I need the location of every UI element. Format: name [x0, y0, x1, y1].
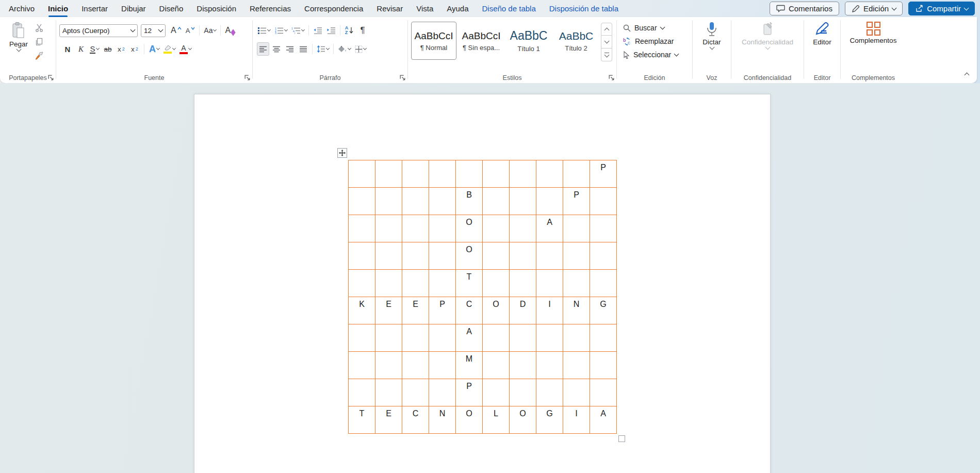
select-button[interactable]: Seleccionar — [620, 48, 689, 61]
table-cell-r1c4[interactable] — [429, 160, 456, 188]
table-cell-r2c7[interactable] — [510, 188, 536, 215]
table-cell-r8c3[interactable] — [402, 352, 429, 379]
table-cell-r2c1[interactable] — [349, 188, 375, 215]
table-cell-r7c4[interactable] — [429, 324, 456, 352]
line-spacing-button[interactable] — [315, 42, 331, 56]
tab-disposición-de-tabla[interactable]: Disposición de tabla — [543, 0, 625, 17]
table-cell-r3c6[interactable] — [483, 215, 510, 242]
subscript-button[interactable]: x2 — [115, 42, 127, 56]
table-cell-r2c2[interactable] — [375, 188, 402, 215]
table-cell-r6c9[interactable]: N — [563, 297, 590, 324]
table-cell-r8c9[interactable] — [563, 352, 590, 379]
table-cell-r3c10[interactable] — [590, 215, 617, 242]
bullets-button[interactable] — [256, 24, 272, 37]
table-cell-r7c8[interactable] — [536, 324, 563, 352]
table-cell-r5c3[interactable] — [402, 270, 429, 297]
table-cell-r8c4[interactable] — [429, 352, 456, 379]
tab-inicio[interactable]: Inicio — [41, 0, 75, 17]
font-name-combobox[interactable]: Aptos (Cuerpo) — [59, 24, 138, 37]
table-cell-r4c10[interactable] — [590, 242, 617, 270]
table-cell-r4c4[interactable] — [429, 242, 456, 270]
table-cell-r8c10[interactable] — [590, 352, 617, 379]
table-cell-r6c10[interactable]: G — [590, 297, 617, 324]
table-cell-r9c1[interactable] — [349, 379, 375, 406]
tab-referencias[interactable]: Referencias — [243, 0, 298, 17]
table-cell-r9c2[interactable] — [375, 379, 402, 406]
styles-scroll-up-button[interactable] — [601, 23, 612, 36]
collapse-ribbon-button[interactable] — [965, 70, 969, 79]
align-left-button[interactable] — [257, 42, 269, 56]
table-cell-r10c5[interactable]: O — [456, 406, 483, 434]
paste-button[interactable]: Pegar — [5, 20, 32, 73]
shading-button[interactable] — [336, 42, 352, 56]
table-cell-r9c5[interactable]: P — [456, 379, 483, 406]
table-cell-r7c7[interactable] — [510, 324, 536, 352]
table-cell-r2c9[interactable]: P — [563, 188, 590, 215]
table-resize-handle[interactable] — [618, 435, 625, 442]
underline-button[interactable]: S — [88, 42, 101, 56]
table-cell-r6c2[interactable]: E — [375, 297, 402, 324]
table-cell-r9c9[interactable] — [563, 379, 590, 406]
table-cell-r5c7[interactable] — [510, 270, 536, 297]
style-card--normal[interactable]: AaBbCcI¶ Normal — [411, 22, 456, 60]
table-cell-r5c10[interactable] — [590, 270, 617, 297]
table-cell-r5c5[interactable]: T — [456, 270, 483, 297]
superscript-button[interactable]: x2 — [128, 42, 141, 56]
table-cell-r9c4[interactable] — [429, 379, 456, 406]
tab-diseño[interactable]: Diseño — [153, 0, 190, 17]
table-cell-r5c4[interactable] — [429, 270, 456, 297]
clear-formatting-button[interactable]: A — [223, 24, 237, 37]
decrease-indent-button[interactable] — [312, 24, 324, 37]
font-size-combobox[interactable]: 12 — [141, 24, 166, 37]
table-cell-r4c3[interactable] — [402, 242, 429, 270]
table-cell-r3c8[interactable]: A — [536, 215, 563, 242]
table-cell-r1c2[interactable] — [375, 160, 402, 188]
table-cell-r4c9[interactable] — [563, 242, 590, 270]
increase-indent-button[interactable] — [325, 24, 337, 37]
strikethrough-button[interactable]: ab — [102, 42, 114, 56]
table-cell-r2c10[interactable] — [590, 188, 617, 215]
style-card--sin-espa-[interactable]: AaBbCcI¶ Sin espa... — [459, 22, 504, 60]
table-cell-r6c3[interactable]: E — [402, 297, 429, 324]
tab-ayuda[interactable]: Ayuda — [440, 0, 475, 17]
table-cell-r5c2[interactable] — [375, 270, 402, 297]
shrink-font-button[interactable]: A — [184, 24, 197, 37]
sort-button[interactable]: A Z — [343, 24, 355, 37]
table-cell-r5c1[interactable] — [349, 270, 375, 297]
paragraph-dialog-launcher[interactable] — [399, 74, 406, 81]
table-cell-r7c5[interactable]: A — [456, 324, 483, 352]
borders-button[interactable] — [353, 42, 368, 56]
change-case-button[interactable]: Aa — [202, 24, 218, 37]
table-cell-r1c6[interactable] — [483, 160, 510, 188]
table-cell-r10c3[interactable]: C — [402, 406, 429, 434]
table-cell-r1c10[interactable]: P — [590, 160, 617, 188]
table-cell-r7c1[interactable] — [349, 324, 375, 352]
table-cell-r1c9[interactable] — [563, 160, 590, 188]
table-cell-r4c5[interactable]: O — [456, 242, 483, 270]
show-marks-button[interactable]: ¶ — [356, 24, 369, 37]
table-cell-r10c2[interactable]: E — [375, 406, 402, 434]
table-cell-r8c2[interactable] — [375, 352, 402, 379]
table-cell-r10c6[interactable]: L — [483, 406, 510, 434]
highlight-button[interactable] — [162, 42, 177, 56]
style-card-título-1[interactable]: AaBbCTítulo 1 — [506, 22, 551, 60]
share-button[interactable]: Compartir — [908, 2, 975, 15]
table-cell-r1c8[interactable] — [536, 160, 563, 188]
table-cell-r1c1[interactable] — [349, 160, 375, 188]
table-cell-r8c1[interactable] — [349, 352, 375, 379]
addins-button[interactable]: Complementos — [844, 20, 903, 46]
table-cell-r10c10[interactable]: A — [590, 406, 617, 434]
tab-dibujar[interactable]: Dibujar — [115, 0, 153, 17]
format-painter-button[interactable] — [33, 50, 45, 62]
table-cell-r6c7[interactable]: D — [510, 297, 536, 324]
editor-button[interactable]: Editor — [807, 20, 837, 48]
table-cell-r3c9[interactable] — [563, 215, 590, 242]
table-cell-r9c7[interactable] — [510, 379, 536, 406]
table-cell-r10c8[interactable]: G — [536, 406, 563, 434]
tab-archivo[interactable]: Archivo — [2, 0, 41, 17]
document-page[interactable]: PBPOAOTKEEPCODINGAMPTECNOLOGIA — [194, 94, 771, 473]
table-cell-r5c6[interactable] — [483, 270, 510, 297]
table-cell-r3c2[interactable] — [375, 215, 402, 242]
comments-button[interactable]: Comentarios — [770, 2, 839, 15]
table-cell-r4c1[interactable] — [349, 242, 375, 270]
